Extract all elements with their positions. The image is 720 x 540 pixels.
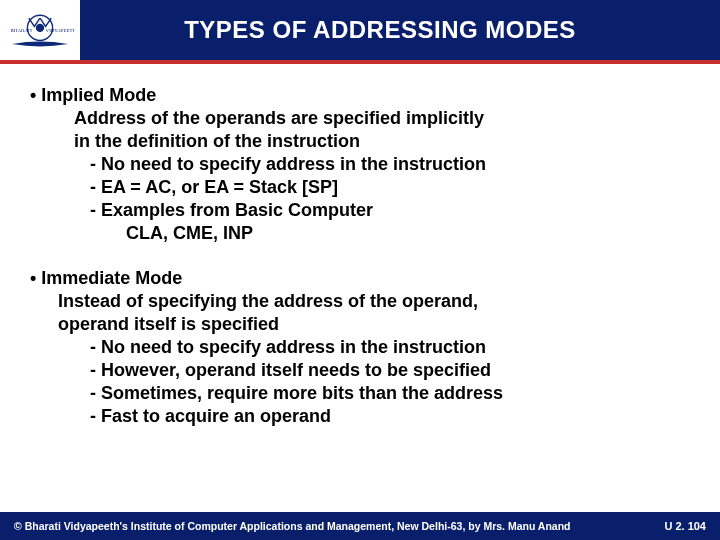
body-line: Instead of specifying the address of the…: [30, 290, 690, 313]
logo-icon: BHARATI VIDYAPEETH: [5, 4, 75, 56]
block-implied-mode: • Implied Mode Address of the operands a…: [30, 84, 690, 245]
body-line: - Examples from Basic Computer: [30, 199, 690, 222]
body-line: - No need to specify address in the inst…: [30, 153, 690, 176]
body-line: CLA, CME, INP: [30, 222, 690, 245]
footer-bar: © Bharati Vidyapeeth's Institute of Comp…: [0, 512, 720, 540]
bullet-heading: • Immediate Mode: [30, 267, 690, 290]
institution-logo: BHARATI VIDYAPEETH: [0, 0, 80, 60]
body-line: operand itself is specified: [30, 313, 690, 336]
body-line: - Sometimes, require more bits than the …: [30, 382, 690, 405]
body-line: - EA = AC, or EA = Stack [SP]: [30, 176, 690, 199]
body-line: in the definition of the instruction: [30, 130, 690, 153]
svg-text:VIDYAPEETH: VIDYAPEETH: [46, 28, 75, 33]
slide-title: TYPES OF ADDRESSING MODES: [80, 16, 720, 44]
svg-point-2: [36, 24, 44, 32]
body-line: - However, operand itself needs to be sp…: [30, 359, 690, 382]
footer-page-number: U 2. 104: [664, 520, 706, 532]
body-line: - No need to specify address in the inst…: [30, 336, 690, 359]
block-immediate-mode: • Immediate Mode Instead of specifying t…: [30, 267, 690, 428]
footer-copyright: © Bharati Vidyapeeth's Institute of Comp…: [14, 520, 571, 532]
body-line: Address of the operands are specified im…: [30, 107, 690, 130]
bullet-heading: • Implied Mode: [30, 84, 690, 107]
body-line: - Fast to acquire an operand: [30, 405, 690, 428]
slide: BHARATI VIDYAPEETH TYPES OF ADDRESSING M…: [0, 0, 720, 540]
header-bar: BHARATI VIDYAPEETH TYPES OF ADDRESSING M…: [0, 0, 720, 60]
svg-text:BHARATI: BHARATI: [11, 28, 33, 33]
slide-content: • Implied Mode Address of the operands a…: [0, 64, 720, 512]
